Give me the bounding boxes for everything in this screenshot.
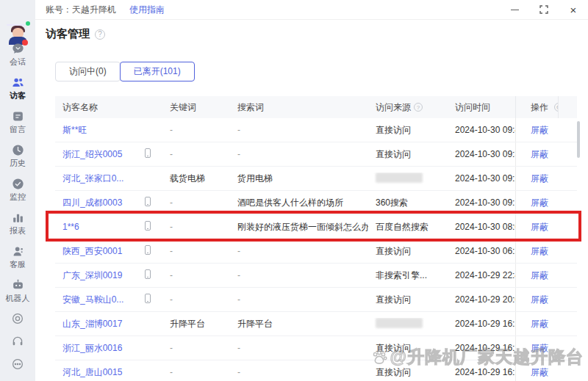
table-row[interactable]: 斯**旺 - - 直接访问 2024-10-30 09:4 屏蔽 <box>55 118 577 142</box>
tab-visiting[interactable]: 访问中(0) <box>55 62 121 81</box>
block-link[interactable]: 屏蔽 <box>523 318 548 330</box>
search-term-cell: - <box>230 246 368 256</box>
source-cell <box>368 173 448 185</box>
usage-guide-link[interactable]: 使用指南 <box>129 4 165 16</box>
table-row[interactable]: 1**6 - 刚装好的液压货梯一面倾斜怎么办 百度自然搜索 2024-10-30… <box>55 215 577 239</box>
search-term-cell: 酒吧是供客人什么样的场所 <box>230 197 368 209</box>
source-cell <box>368 318 448 330</box>
sidebar-item-agents[interactable]: 客服 <box>10 244 26 269</box>
redacted-source <box>376 173 423 183</box>
table-row[interactable]: 广东_深圳0019 - - 非搜索引擎... 2024-10-29 22:4 屏… <box>55 264 577 288</box>
target-icon[interactable] <box>11 312 24 325</box>
minimize-button[interactable] <box>509 4 520 15</box>
row-gutter <box>558 239 576 263</box>
row-gutter <box>558 215 576 239</box>
sidebar-item-label: 报表 <box>10 227 26 235</box>
visit-time-cell: 2024-10-29 16:2 <box>448 367 515 377</box>
table-row[interactable]: 四川_成都0003 - 酒吧是供客人什么样的场所 360搜索 2024-10-3… <box>55 191 577 215</box>
search-term-cell: - <box>230 343 368 353</box>
block-link[interactable]: 屏蔽 <box>523 269 548 282</box>
window-controls: × <box>509 4 579 15</box>
help-icon[interactable]: ? <box>95 29 105 40</box>
block-link[interactable]: 屏蔽 <box>523 366 548 379</box>
header-visitor-name: 访客名称 <box>55 101 142 114</box>
visitor-name-link[interactable]: 1**6 <box>62 222 79 232</box>
keyword-cell: - <box>162 367 230 377</box>
source-cell: 非搜索引擎... <box>368 269 448 282</box>
visitor-name-link[interactable]: 河北_张家口0... <box>62 173 123 184</box>
block-link[interactable]: 屏蔽 <box>523 342 548 355</box>
block-link[interactable]: 屏蔽 <box>523 173 548 185</box>
search-term-cell: 刚装好的液压货梯一面倾斜怎么办 <box>230 221 368 233</box>
sidebar-item-label: 客服 <box>10 261 26 269</box>
sidebar-item-label: 监控 <box>10 193 26 201</box>
sidebar-item-visitors[interactable]: 访客 <box>10 76 26 100</box>
visitor-name-link[interactable]: 安徽_马鞍山0... <box>62 294 123 305</box>
close-button[interactable]: × <box>567 4 579 15</box>
search-term-cell: - <box>230 367 368 377</box>
sidebar-item-chat[interactable]: 会话 <box>10 42 26 66</box>
source-cell: 360搜索 <box>368 197 448 209</box>
source-cell: 直接访问 <box>368 148 448 161</box>
page-title: 访客管理 <box>46 27 90 41</box>
source-cell: 直接访问 <box>368 294 448 306</box>
block-link[interactable]: 屏蔽 <box>523 197 548 209</box>
phone-icon <box>145 294 151 303</box>
table-row[interactable]: 河北_张家口0... 载货电梯 货用电梯 2024-10-30 09:2 屏蔽 <box>55 167 577 191</box>
sidebar-item-label: 会话 <box>10 58 26 66</box>
visit-time-cell: 2024-10-29 20:0 <box>448 294 515 305</box>
row-gutter <box>558 288 576 311</box>
keyword-cell: - <box>162 197 230 208</box>
scrollbar-thumb[interactable] <box>577 121 580 158</box>
avatar[interactable] <box>7 24 29 26</box>
keyword-cell: - <box>162 125 230 135</box>
search-term-cell: - <box>230 270 368 280</box>
sidebar-item-reports[interactable]: 报表 <box>10 211 26 235</box>
block-link[interactable]: 屏蔽 <box>523 124 548 137</box>
phone-icon <box>145 245 151 255</box>
keyword-cell: - <box>162 246 230 256</box>
tab-left[interactable]: 已离开(101) <box>120 62 195 81</box>
visit-time-cell: 2024-10-30 09:2 <box>448 173 515 184</box>
table-row[interactable]: 浙江_丽水0016 - - 直接访问 2024-10-29 16:2 屏蔽 <box>55 336 577 360</box>
visitor-name-link[interactable]: 浙江_丽水0016 <box>62 343 122 353</box>
block-link[interactable]: 屏蔽 <box>523 245 548 258</box>
header-source: 访问来源 ? <box>368 101 448 114</box>
source-cell: 直接访问 <box>368 245 448 258</box>
headset-icon[interactable] <box>11 335 24 348</box>
visitor-name-link[interactable]: 陕西_西安0001 <box>62 246 122 256</box>
sidebar-item-monitor[interactable]: 监控 <box>10 177 26 201</box>
row-gutter <box>558 360 576 381</box>
maximize-button[interactable] <box>538 4 550 15</box>
source-info-icon[interactable]: ? <box>414 103 423 112</box>
visitor-name-link[interactable]: 浙江_绍兴0005 <box>62 149 122 159</box>
table-row[interactable]: 浙江_绍兴0005 - - 直接访问 2024-10-30 09:3 屏蔽 <box>55 142 577 167</box>
table-body: 斯**旺 - - 直接访问 2024-10-30 09:4 屏蔽 浙江_绍兴00… <box>55 118 577 381</box>
table-row[interactable]: 河北_唐山0015 - - 直接访问 2024-10-29 16:2 屏蔽 <box>55 360 577 381</box>
agent-icon <box>11 244 25 258</box>
message-icon <box>11 109 25 123</box>
header-operation: 操作 ⚙ <box>515 96 558 118</box>
sidebar-item-robot[interactable]: 机器人 <box>6 278 30 302</box>
visitor-name-link[interactable]: 山东_淄博0017 <box>62 319 122 329</box>
sidebar-item-history[interactable]: 历史 <box>10 143 26 167</box>
sidebar-item-messages[interactable]: 留言 <box>10 109 26 134</box>
visitor-table: 访客名称 关键词 搜索词 访问来源 ? 访问时间 操作 ⚙ 斯**旺 - - 直… <box>55 96 577 381</box>
source-cell: 直接访问 <box>368 366 448 379</box>
table-row[interactable]: 山东_淄博0017 升降平台 升降平台 2024-10-29 16:2 屏蔽 <box>55 312 577 336</box>
history-icon <box>11 143 25 157</box>
visitor-name-link[interactable]: 河北_唐山0015 <box>62 367 122 377</box>
table-row[interactable]: 安徽_马鞍山0... - - 直接访问 2024-10-29 20:0 屏蔽 <box>55 288 577 312</box>
visitor-name-link[interactable]: 斯**旺 <box>62 125 87 135</box>
visitor-name-link[interactable]: 四川_成都0003 <box>62 197 122 208</box>
phone-icon <box>145 221 151 231</box>
robot-icon <box>11 278 25 292</box>
sidebar-item-label: 留言 <box>10 126 26 134</box>
visitor-name-link[interactable]: 广东_深圳0019 <box>62 270 122 280</box>
block-link[interactable]: 屏蔽 <box>523 148 548 161</box>
block-link[interactable]: 屏蔽 <box>523 221 548 233</box>
visit-time-cell: 2024-10-30 08:0 <box>448 222 515 232</box>
table-row[interactable]: 陕西_西安0001 - - 直接访问 2024-10-30 06:2 屏蔽 <box>55 239 577 264</box>
more-icon[interactable] <box>11 358 24 371</box>
block-link[interactable]: 屏蔽 <box>523 294 548 306</box>
